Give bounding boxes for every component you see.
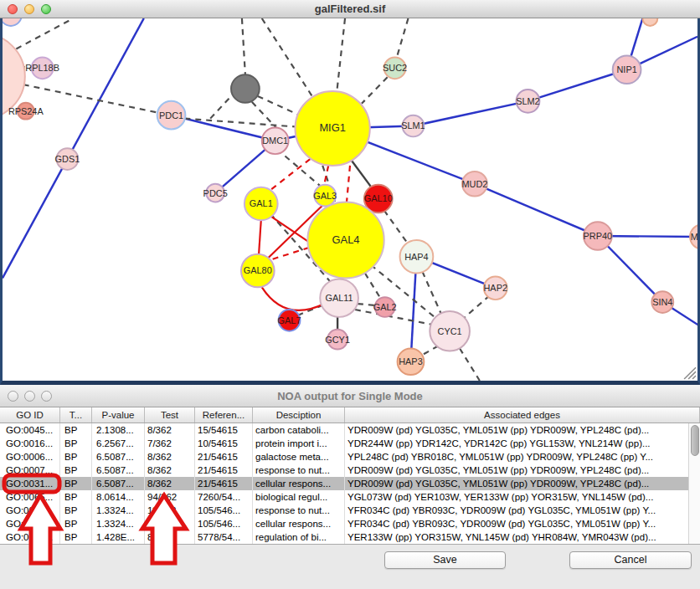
- edge-blue[interactable]: [3, 18, 144, 278]
- network-window-title: galFiltered.sif: [0, 3, 700, 15]
- edge-red_dash[interactable]: [268, 159, 311, 192]
- cell-go_id: GO:0006...: [0, 450, 60, 464]
- edge-blue[interactable]: [598, 236, 697, 237]
- scrollbar-thumb[interactable]: [691, 425, 699, 456]
- cell-reference: 21/54615: [195, 477, 253, 490]
- cell-edges: YDR244W (pp) YDR142C, YDR142C (pp) YGL15…: [345, 437, 700, 450]
- resize-grip[interactable]: [692, 376, 696, 379]
- cell-description: galactose meta...: [253, 450, 345, 464]
- cell-description: biological regul...: [253, 490, 345, 504]
- table-row[interactable]: GO:0007...BP6.5087...8/36221/54615respon…: [0, 464, 700, 477]
- edge-gray_dash[interactable]: [262, 18, 315, 100]
- column-header-type[interactable]: T...: [60, 407, 92, 423]
- cell-go_id: GO:0031...: [0, 504, 60, 517]
- node-label-slm1: SLM1: [401, 120, 425, 131]
- node-unlabeled[interactable]: [231, 74, 260, 103]
- column-header-edges[interactable]: Associated edges: [345, 407, 700, 423]
- cell-p_value: 2.1308...: [92, 423, 145, 437]
- cell-type: BP: [60, 464, 92, 477]
- table-row[interactable]: GO:0065...BP8.0614...94/3627260/54...bio…: [0, 490, 700, 504]
- cell-description: cellular respons...: [253, 477, 345, 490]
- cell-test: 7/362: [145, 437, 195, 450]
- cell-test: 94/362: [145, 490, 195, 504]
- column-header-p_value[interactable]: P-value: [92, 407, 145, 423]
- cell-edges: YDR009W (pd) YGL035C, YML051W (pp) YDR00…: [345, 423, 700, 437]
- edge-gray_dash[interactable]: [384, 210, 409, 244]
- edge-blue[interactable]: [528, 69, 626, 101]
- cell-description: cellular respons...: [253, 517, 345, 530]
- cell-type: BP: [60, 450, 92, 464]
- edge-blue[interactable]: [475, 184, 598, 236]
- edge-gray_dash[interactable]: [365, 273, 381, 299]
- cell-type: BP: [60, 477, 92, 490]
- edge-red_dash[interactable]: [324, 166, 328, 185]
- cell-test: 80/362: [145, 530, 195, 544]
- node-unlabeled[interactable]: [3, 18, 22, 26]
- table-row[interactable]: GO:0031...BP1.3324...11/362105/546...cel…: [0, 517, 700, 530]
- cell-test: 11/362: [145, 517, 195, 530]
- cell-test: 8/362: [145, 423, 195, 437]
- node-label-pdc1: PDC1: [159, 110, 183, 120]
- edge-gray_dash[interactable]: [462, 295, 490, 320]
- table-row[interactable]: GO:0050...BP1.428E...80/3625778/54...reg…: [0, 530, 700, 544]
- column-header-test[interactable]: Test: [145, 407, 195, 423]
- edge-gray_dash[interactable]: [460, 348, 480, 381]
- table-row[interactable]: GO:0045...BP2.1308...8/36215/54615carbon…: [0, 423, 700, 437]
- table-body[interactable]: GO:0045...BP2.1308...8/36215/54615carbon…: [0, 423, 700, 544]
- edge-gray_dash[interactable]: [362, 77, 388, 104]
- node-unlabeled[interactable]: [642, 18, 657, 26]
- cell-description: response to nut...: [253, 504, 345, 517]
- cell-type: BP: [60, 530, 92, 544]
- table-row[interactable]: GO:0016...BP6.2567...7/36210/54615protei…: [0, 437, 700, 450]
- table-row[interactable]: GO:0006...BP6.5087...8/36221/54615galact…: [0, 450, 700, 464]
- node-label-sin4: SIN4: [652, 297, 672, 307]
- network-graph[interactable]: RPL18BRPS24AGDS1PDC1PDC5MIG1SUC2SLM1DMC1…: [3, 18, 697, 381]
- table-row[interactable]: GO:0031...BP6.5087...8/36221/54615cellul…: [0, 477, 700, 490]
- cell-go_id: GO:0031...: [0, 517, 60, 530]
- cell-p_value: 1.428E...: [92, 530, 145, 544]
- network-window: galFiltered.sif RPL18BRPS24AGDS1PDC1PDC5…: [0, 0, 700, 385]
- edge-gray_dash[interactable]: [242, 18, 245, 74]
- node-label-gds1: GDS1: [55, 154, 80, 164]
- save-button[interactable]: Save: [384, 551, 506, 569]
- cell-edges: YDR009W (pd) YGL035C, YML051W (pp) YDR00…: [345, 477, 700, 490]
- cell-type: BP: [60, 437, 92, 450]
- node-label-slm2: SLM2: [516, 96, 539, 106]
- cell-reference: 5778/54...: [195, 530, 253, 544]
- edge-blue[interactable]: [413, 101, 528, 126]
- node-label-mud2: MUD2: [461, 179, 487, 189]
- edge-gray_dash[interactable]: [337, 18, 345, 93]
- edge-gray_dash[interactable]: [420, 346, 438, 356]
- edge-red_dash[interactable]: [347, 166, 350, 202]
- cancel-button[interactable]: Cancel: [569, 551, 692, 569]
- resize-grip[interactable]: [688, 371, 696, 379]
- table-row[interactable]: GO:0031...BP1.3324...11/362105/546...res…: [0, 504, 700, 517]
- column-header-go_id[interactable]: GO ID: [0, 407, 60, 423]
- cell-go_id: GO:0045...: [0, 423, 60, 437]
- edge-gray_dash[interactable]: [422, 272, 441, 315]
- edge-gray_dash[interactable]: [397, 18, 409, 58]
- node-label-gal7: GAL7: [278, 315, 301, 325]
- node-label-gal11: GAL11: [326, 293, 353, 303]
- edge-red[interactable]: [270, 215, 311, 243]
- edge-gray_dash[interactable]: [258, 96, 298, 115]
- noa-window-titlebar[interactable]: NOA output for Single Mode: [0, 385, 700, 407]
- network-window-titlebar[interactable]: galFiltered.sif: [0, 0, 700, 18]
- cell-p_value: 6.5087...: [92, 464, 145, 477]
- cell-go_id: GO:0007...: [0, 464, 60, 477]
- edge-gray_dash[interactable]: [210, 95, 232, 119]
- cell-p_value: 6.5087...: [92, 450, 145, 464]
- vertical-scrollbar[interactable]: [688, 423, 700, 544]
- cell-go_id: GO:0050...: [0, 530, 60, 544]
- cell-go_id: GO:0016...: [0, 437, 60, 450]
- node-label-gcy1: GCY1: [325, 335, 350, 345]
- edge-red[interactable]: [262, 287, 324, 310]
- column-header-description[interactable]: Desciption: [253, 407, 345, 423]
- cell-description: response to nut...: [253, 464, 345, 477]
- column-header-reference[interactable]: Referen...: [195, 407, 253, 423]
- network-canvas[interactable]: RPL18BRPS24AGDS1PDC1PDC5MIG1SUC2SLM1DMC1…: [0, 18, 700, 385]
- edge-gray_dash[interactable]: [23, 85, 158, 113]
- node-label-gal2: GAL2: [373, 302, 397, 312]
- cell-reference: 7260/54...: [195, 490, 253, 504]
- cell-reference: 105/546...: [195, 504, 253, 517]
